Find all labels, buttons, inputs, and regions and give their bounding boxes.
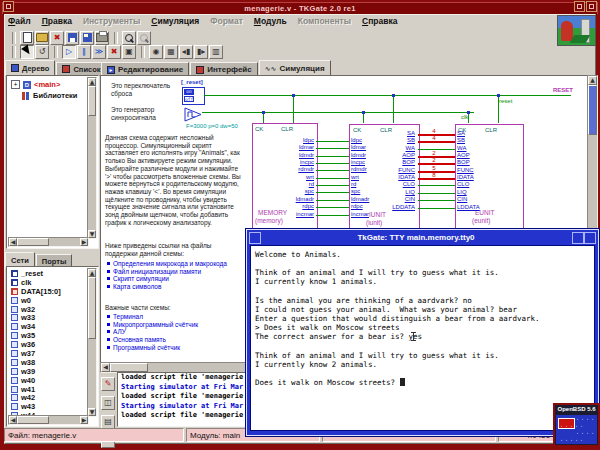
scroll-left-icon[interactable]: ◀ [101,363,110,372]
tree-vscrollbar[interactable]: ▲ ▼ [87,77,97,239]
wire[interactable] [316,163,349,164]
clk-wire[interactable] [202,112,474,113]
nets-hscrollbar[interactable]: ◀ ▶ [8,415,89,425]
wire[interactable] [418,208,455,209]
net-list-item[interactable]: w33 [8,313,88,322]
wire[interactable] [316,141,349,142]
ck-wire-drop[interactable] [263,113,264,123]
openbsd-badge-window[interactable]: OpenBSD 5.6 ···· ····· ···· ····· [553,403,600,447]
menu-item[interactable]: Правка [42,16,72,26]
find-button[interactable] [122,31,136,45]
net-list-item[interactable]: _reset [8,269,88,278]
net-list-item[interactable]: w34 [8,322,88,331]
nets-vscrollbar[interactable]: ▲ ▼ [87,268,97,417]
scroll-up-icon[interactable]: ▲ [88,269,96,277]
scroll-right-icon[interactable]: ▶ [80,416,88,424]
output-port-button[interactable]: ▮▸ [194,45,208,59]
scroll-down-icon[interactable]: ▼ [88,230,96,238]
part-link[interactable]: Терминал [107,313,198,321]
menu-item[interactable]: Файл [8,16,31,26]
wire[interactable] [316,156,349,157]
reset-wire[interactable] [204,95,571,96]
sim-step-button[interactable]: ≫ [92,45,106,59]
add-probe-button[interactable]: ◉ [149,45,163,59]
net-list-item[interactable]: w37 [8,349,88,358]
menu-item[interactable]: Модуль [254,16,287,26]
net-list-item[interactable]: w40 [8,376,88,385]
new-file-button[interactable] [20,31,34,45]
sim-end-button[interactable]: ▣ [122,45,136,59]
wire[interactable] [316,170,349,171]
net-list-item[interactable]: w41 [8,385,88,394]
tree-item[interactable]: Библиотеки [8,90,88,101]
menu-item[interactable]: Инструменты [83,16,140,26]
tty-window[interactable]: TkGate: TTY main.memory.tty0 Welcome to … [246,229,599,436]
delete-module-button[interactable]: ✖ [50,31,64,45]
sim-pause-button[interactable]: ∥ [77,45,91,59]
sim-run-button[interactable]: ▷ [62,45,76,59]
print-button[interactable] [95,31,109,45]
console-window-button[interactable]: ▤ [101,415,115,429]
scroll-right-icon[interactable]: ▶ [80,238,88,246]
window-maximize-button[interactable] [586,1,597,12]
menu-item[interactable]: Справка [362,16,397,26]
wire[interactable] [418,141,455,143]
menu-item[interactable]: Формат [210,16,243,26]
select-cursor-button[interactable] [20,45,34,59]
find-again-button[interactable] [137,31,151,45]
part-link[interactable]: АЛУ [107,328,198,336]
net-list-item[interactable]: w39 [8,367,88,376]
open-file-button[interactable] [35,31,49,45]
tty-content[interactable]: Welcome to Animals. Think of an animal a… [250,245,595,431]
wire[interactable] [418,178,455,180]
wire[interactable] [316,207,349,208]
file-link[interactable]: Определения микрокода и макрокода [107,260,227,268]
reset-switch-component[interactable]: on off [182,87,205,105]
tty-minimize-button[interactable] [572,232,584,244]
net-list-item[interactable]: w0 [8,296,88,305]
console-hand-button[interactable]: ◫ [101,396,115,410]
save-button[interactable] [65,31,79,45]
left-tab-1[interactable]: Дерево [5,60,55,76]
clr-wire-drop[interactable] [393,96,394,123]
tree-expander-icon[interactable]: + [11,80,20,89]
input-port-button[interactable]: ◂▮ [179,45,193,59]
net-list-item[interactable]: DATA[15:0] [8,287,88,296]
net-list-item[interactable]: w36 [8,340,88,349]
left-tab-2[interactable]: Список [56,62,106,76]
tty-tool-button[interactable]: ▥ [209,45,223,59]
clr-wire-drop[interactable] [293,96,294,123]
clock-generator-component[interactable] [184,107,203,122]
net-list-item[interactable]: clk [8,278,88,287]
tree-item[interactable]: +D<main> [8,79,88,90]
wire[interactable] [418,200,455,201]
part-link[interactable]: Программный счётчик [107,343,198,351]
net-list-item[interactable]: w42 [8,393,88,402]
console-edit-button[interactable]: ✎ [101,377,115,391]
wire[interactable] [418,185,455,186]
scroll-left-icon[interactable]: ◀ [9,416,17,424]
wire[interactable] [316,178,349,179]
save-as-button[interactable] [80,31,94,45]
file-link[interactable]: Файл инициализации памяти [107,268,227,276]
tree-hscrollbar[interactable]: ◀ ▶ [8,237,89,247]
net-list-item[interactable]: w35 [8,331,88,340]
scroll-left-icon[interactable]: ◀ [9,238,17,246]
part-link[interactable]: Микропрограммный счётчик [107,321,198,329]
rotate-button[interactable]: ↺ [35,45,49,59]
part-link[interactable]: Основная память [107,336,198,344]
wire[interactable] [418,193,455,194]
scroll-up-icon[interactable]: ▲ [88,78,96,86]
scroll-down-icon[interactable]: ▼ [88,408,96,416]
sim-stop-button[interactable]: ✖ [107,45,121,59]
wire[interactable] [316,192,349,193]
scroll-up-icon[interactable]: ▲ [588,76,597,85]
file-link[interactable]: Скрипт симуляции [107,275,227,283]
menu-item[interactable]: Симуляция [151,16,199,26]
net-list-item[interactable]: w32 [8,305,88,314]
ck-wire-drop[interactable] [363,113,364,123]
tty-maximize-button[interactable] [584,232,596,244]
file-link[interactable]: Карта символов [107,283,227,291]
net-list-item[interactable]: w43 [8,402,88,411]
window-minimize-button[interactable] [574,1,585,12]
